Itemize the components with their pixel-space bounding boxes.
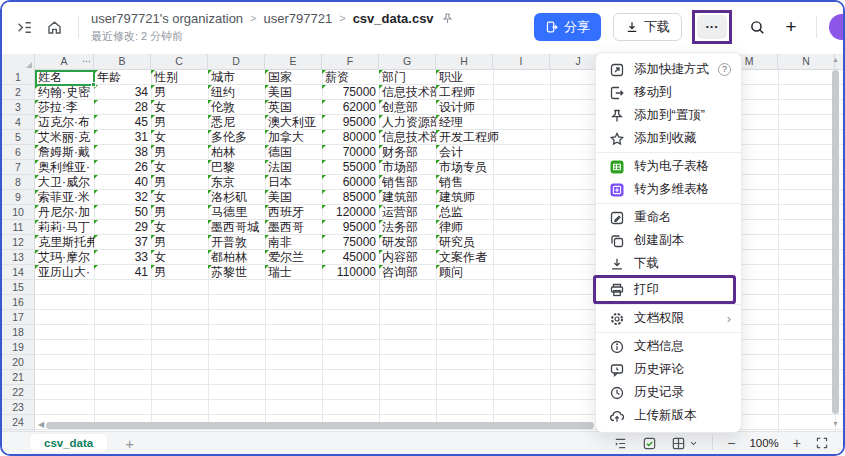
cell-H4[interactable]: 经理 — [436, 115, 493, 130]
cell-E14[interactable]: 瑞士 — [265, 265, 322, 280]
download-button[interactable]: 下载 — [613, 13, 682, 41]
cell-G4[interactable]: 人力资源部 — [379, 115, 436, 130]
column-header-G[interactable]: G — [379, 54, 436, 70]
cell-B5[interactable]: 31 — [94, 130, 151, 145]
scroll-down-arrow-icon[interactable]: ▼ — [832, 420, 839, 428]
cell-A13[interactable]: 艾玛·摩尔 — [35, 250, 94, 265]
menu-item-add-to-favorites[interactable]: 添加到收藏 — [596, 127, 741, 150]
cell-H10[interactable]: 总监 — [436, 205, 493, 220]
row-header-14[interactable]: 14 — [2, 265, 35, 280]
cell-E6[interactable]: 德国 — [265, 145, 322, 160]
cell-B11[interactable]: 29 — [94, 220, 151, 235]
column-header-C[interactable]: C — [151, 54, 208, 70]
cell-H7[interactable]: 市场专员 — [436, 160, 493, 175]
cell-C12[interactable]: 男 — [151, 235, 208, 250]
cell-D14[interactable]: 苏黎世 — [208, 265, 265, 280]
cell-F13[interactable]: 45000 — [322, 250, 379, 265]
row-header-6[interactable]: 6 — [2, 145, 35, 160]
cell-H8[interactable]: 销售 — [436, 175, 493, 190]
cell-D9[interactable]: 洛杉矶 — [208, 190, 265, 205]
menu-item-doc-info[interactable]: 文档信息 — [596, 335, 741, 358]
row-header-9[interactable]: 9 — [2, 190, 35, 205]
zoom-in-icon[interactable]: + — [793, 438, 801, 448]
row-header-24[interactable]: 24 — [2, 415, 35, 430]
cell-G14[interactable]: 咨询部 — [379, 265, 436, 280]
cell-A12[interactable]: 克里斯托弗 — [35, 235, 94, 250]
cell-B1[interactable]: 年龄 — [94, 70, 151, 85]
cell-E3[interactable]: 英国 — [265, 100, 322, 115]
column-header-B[interactable]: B — [94, 54, 151, 70]
column-header-I[interactable]: I — [493, 54, 550, 70]
search-icon[interactable] — [748, 18, 766, 36]
collapse-sidebar-icon[interactable] — [14, 17, 34, 37]
cell-H5[interactable]: 开发工程师 — [436, 130, 502, 145]
add-sheet-button[interactable]: + — [125, 435, 134, 452]
cell-D7[interactable]: 巴黎 — [208, 160, 265, 175]
cell-D13[interactable]: 都柏林 — [208, 250, 265, 265]
menu-item-version-history[interactable]: 历史记录 — [596, 381, 741, 404]
menu-item-add-shortcut[interactable]: 添加快捷方式到? — [596, 58, 741, 81]
menu-item-rename[interactable]: 重命名 — [596, 206, 741, 229]
cell-C7[interactable]: 女 — [151, 160, 208, 175]
cell-E12[interactable]: 南非 — [265, 235, 322, 250]
cell-F2[interactable]: 75000 — [322, 85, 379, 100]
cell-A2[interactable]: 约翰·史密 — [35, 85, 94, 100]
cell-D6[interactable]: 柏林 — [208, 145, 265, 160]
cell-F8[interactable]: 60000 — [322, 175, 379, 190]
cell-E1[interactable]: 国家 — [265, 70, 322, 85]
row-header-5[interactable]: 5 — [2, 130, 35, 145]
zoom-out-icon[interactable]: − — [727, 438, 735, 448]
row-header-22[interactable]: 22 — [2, 385, 35, 400]
cell-B9[interactable]: 32 — [94, 190, 151, 205]
column-header-E[interactable]: E — [265, 54, 322, 70]
cell-G11[interactable]: 法务部 — [379, 220, 436, 235]
cell-B2[interactable]: 34 — [94, 85, 151, 100]
cell-B12[interactable]: 37 — [94, 235, 151, 250]
horizontal-scroll-thumb[interactable] — [46, 422, 594, 429]
cell-B14[interactable]: 41 — [94, 265, 151, 280]
cell-E8[interactable]: 日本 — [265, 175, 322, 190]
cell-H12[interactable]: 研究员 — [436, 235, 493, 250]
cell-A10[interactable]: 丹尼尔·加 — [35, 205, 94, 220]
vertical-scroll-thumb[interactable] — [832, 70, 839, 414]
cell-C6[interactable]: 男 — [151, 145, 208, 160]
row-header-19[interactable]: 19 — [2, 340, 35, 355]
cell-D11[interactable]: 墨西哥城 — [208, 220, 265, 235]
cell-H6[interactable]: 会计 — [436, 145, 493, 160]
cell-G3[interactable]: 创意部 — [379, 100, 436, 115]
row-header-8[interactable]: 8 — [2, 175, 35, 190]
cell-C11[interactable]: 女 — [151, 220, 208, 235]
cell-G6[interactable]: 财务部 — [379, 145, 436, 160]
cell-C2[interactable]: 男 — [151, 85, 208, 100]
cell-B8[interactable]: 40 — [94, 175, 151, 190]
pin-icon[interactable] — [441, 12, 454, 25]
cell-H3[interactable]: 设计师 — [436, 100, 493, 115]
cell-G10[interactable]: 运营部 — [379, 205, 436, 220]
menu-item-add-to-pinned[interactable]: 添加到“置顶” — [596, 104, 741, 127]
home-icon[interactable] — [44, 17, 64, 37]
cell-A9[interactable]: 索菲亚·米 — [35, 190, 94, 205]
menu-item-comment-history[interactable]: 历史评论 — [596, 358, 741, 381]
cell-C9[interactable]: 女 — [151, 190, 208, 205]
row-header-21[interactable]: 21 — [2, 370, 35, 385]
cell-H14[interactable]: 顾问 — [436, 265, 493, 280]
fill-handle[interactable] — [91, 82, 96, 87]
row-header-15[interactable]: 15 — [2, 280, 35, 295]
cell-H11[interactable]: 律师 — [436, 220, 493, 235]
cell-F6[interactable]: 70000 — [322, 145, 379, 160]
cell-F11[interactable]: 95000 — [322, 220, 379, 235]
cell-F1[interactable]: 薪资 — [322, 70, 379, 85]
cell-B7[interactable]: 26 — [94, 160, 151, 175]
cell-H9[interactable]: 建筑师 — [436, 190, 493, 205]
cell-D1[interactable]: 城市 — [208, 70, 265, 85]
cell-C4[interactable]: 男 — [151, 115, 208, 130]
help-icon[interactable]: ? — [718, 63, 731, 76]
cell-G13[interactable]: 内容部 — [379, 250, 436, 265]
row-header-17[interactable]: 17 — [2, 310, 35, 325]
catalog-icon[interactable] — [613, 436, 628, 451]
menu-item-print[interactable]: 打印 — [596, 278, 733, 301]
cell-A7[interactable]: 奥利维亚· — [35, 160, 94, 175]
form-check-icon[interactable] — [642, 436, 657, 451]
cell-A3[interactable]: 莎拉·李 — [35, 100, 94, 115]
menu-item-download[interactable]: 下载 — [596, 252, 741, 275]
